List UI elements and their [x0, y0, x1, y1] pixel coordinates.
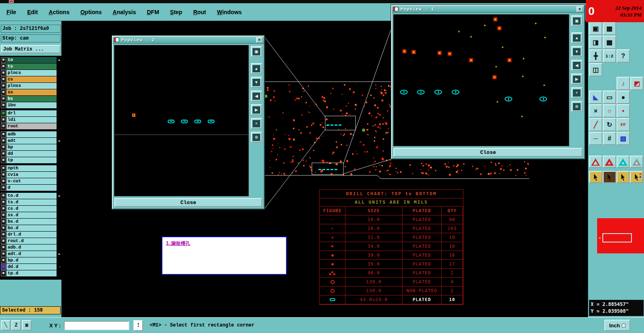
layer-name-bp.d[interactable]: bp.d [6, 257, 57, 263]
layer-name-bp[interactable]: bp [6, 144, 57, 150]
layer-name-plnss[interactable]: plnss [6, 83, 57, 89]
popout-icon[interactable]: ▣ [251, 46, 262, 57]
cursor-dark-icon[interactable] [603, 171, 616, 183]
layer-checkbox-ts.d[interactable] [1, 199, 6, 205]
menu-step[interactable]: Step [170, 9, 182, 15]
matrix-icon[interactable]: ▩ [603, 36, 616, 49]
layer-checkbox-adb.d[interactable] [1, 244, 6, 251]
cursor-multi-icon[interactable] [630, 171, 643, 183]
popview-2-titlebar[interactable]: Popview - 2 × [113, 36, 264, 44]
layer-checkbox-tp.d[interactable] [1, 270, 6, 276]
pan-left-icon[interactable]: ◀ [571, 60, 583, 71]
layer-checkbox-ts[interactable] [1, 63, 6, 70]
layer-name-ts[interactable]: ts [6, 63, 57, 70]
alarm-red-icon[interactable]: A [603, 156, 616, 168]
pan-left-icon[interactable]: ◀ [251, 91, 262, 101]
layer-name-cs[interactable]: cs [6, 76, 57, 82]
close-icon[interactable]: × [256, 37, 263, 43]
layer-name-adb[interactable]: adb [6, 131, 57, 137]
popview-1-close-button[interactable]: Close [394, 148, 583, 157]
layer-name-bs[interactable]: bs [6, 96, 57, 102]
layer-checkbox-bo.d[interactable] [1, 225, 6, 231]
line-icon[interactable]: ╱ [589, 118, 602, 131]
layer-checkbox-npth[interactable] [1, 165, 6, 171]
pad-icon[interactable]: ● [617, 91, 630, 104]
layer-name-tp[interactable]: tp [6, 157, 57, 163]
layer-name-d[interactable]: d [6, 185, 57, 191]
layer-name-plncs[interactable]: plncs [6, 70, 57, 76]
popout-icon[interactable]: ▣ [571, 15, 583, 26]
slant-line-icon[interactable]: ╲ [1, 320, 11, 331]
layer-checkbox-v-cut[interactable] [1, 178, 6, 184]
cursor-pick-icon[interactable] [617, 171, 630, 183]
layer-checkbox-bp[interactable] [1, 144, 6, 150]
menu-windows[interactable]: Windows [217, 9, 242, 15]
layer-checkbox-adb[interactable] [1, 131, 6, 137]
layer-name-cvia[interactable]: cvia [6, 172, 57, 178]
popview-1-canvas[interactable] [393, 14, 569, 146]
dash-icon[interactable]: ─ [589, 132, 602, 145]
layer-checkbox-cs[interactable] [1, 76, 6, 82]
layer-checkbox-bs.d[interactable] [1, 219, 6, 225]
layer-name-to.d[interactable]: to.d [6, 193, 57, 199]
pan-down-icon[interactable]: ▼ [251, 77, 262, 88]
popview-2-canvas[interactable] [114, 45, 249, 196]
pan-up-icon[interactable]: ▲ [571, 32, 583, 43]
layer-name-ldi[interactable]: ldi [6, 117, 57, 123]
navigator-viewport-rect[interactable] [602, 233, 632, 242]
popview-2-close-button[interactable]: Close [114, 198, 262, 207]
layer-name-to[interactable]: to [6, 57, 57, 63]
worksheet-icon[interactable]: ▦ [603, 22, 616, 35]
layer-checkbox-drl[interactable] [1, 110, 6, 116]
layer-checkbox-rout.d[interactable] [1, 238, 6, 244]
flip-icon[interactable]: ◩ [630, 77, 644, 90]
layer-checkbox-cs.d[interactable] [1, 206, 6, 212]
pan-right-icon[interactable]: ▶ [571, 74, 583, 84]
layer-name-rout.d[interactable]: rout.d [6, 238, 57, 244]
profile-icon[interactable]: ◣ [589, 91, 602, 104]
menu-file[interactable]: File [6, 9, 16, 15]
pan-right-icon[interactable]: ▶ [251, 104, 262, 115]
menu-analysis[interactable]: Analysis [113, 9, 136, 15]
layer-name-dd[interactable]: dd [6, 151, 57, 157]
center-target-icon[interactable]: ⊕ [571, 101, 583, 112]
layer-checkbox-adt[interactable] [1, 138, 6, 144]
layer-name-1bo[interactable]: 1bo [6, 102, 57, 108]
menu-actions[interactable]: Actions [49, 9, 69, 15]
colors-icon[interactable]: ▨ [617, 132, 630, 145]
layer-checkbox-ldi[interactable] [1, 117, 6, 123]
clip-icon[interactable]: × [251, 118, 262, 129]
pan-down-icon[interactable]: ▼ [571, 46, 583, 57]
layer-checkbox-cvia[interactable] [1, 172, 6, 178]
pan-horizontal-icon[interactable]: ◫ [589, 63, 602, 76]
snap-grid-icon[interactable]: # [603, 132, 616, 145]
display-icon[interactable]: ▣ [589, 22, 602, 35]
scale-1-2-icon[interactable]: 1:2 [603, 49, 616, 63]
menu-options[interactable]: Options [80, 9, 102, 15]
layer-name-cs.d[interactable]: cs.d [6, 206, 57, 212]
layer-checkbox-to.d[interactable] [1, 193, 6, 199]
popview-1-titlebar[interactable]: Popview - 1 × [392, 6, 584, 13]
pan-right-icon[interactable]: ◨ [589, 36, 602, 49]
layer-name-tp.d[interactable]: tp.d [6, 270, 57, 276]
units-button[interactable]: Inch [604, 320, 630, 331]
grid-icon[interactable]: ▦ [22, 320, 32, 331]
layer-checkbox-tp[interactable] [1, 157, 6, 163]
layer-checkbox-1bo[interactable] [1, 102, 6, 108]
layer-name-drl[interactable]: drl [6, 110, 57, 116]
alert-button[interactable]: ! [133, 320, 143, 331]
layer-checkbox-dd[interactable] [1, 151, 6, 157]
layer-checkbox-ss.d[interactable] [1, 212, 6, 218]
layer-name-ss.d[interactable]: ss.d [6, 212, 57, 218]
pan-up-icon[interactable]: ▲ [251, 63, 262, 74]
menu-edit[interactable]: Edit [27, 9, 38, 15]
node-icon[interactable]: ○ [603, 104, 616, 118]
clip-icon[interactable]: × [571, 87, 583, 98]
layer-checkbox-plncs[interactable] [1, 70, 6, 76]
layer-name-dd.d[interactable]: dd.d [6, 264, 57, 270]
layer-name-bs.d[interactable]: bs.d [6, 219, 57, 225]
alarm-gray-icon[interactable]: A [630, 156, 643, 168]
alarm-hollow-icon[interactable] [589, 156, 602, 168]
menu-rout[interactable]: Rout [193, 9, 206, 15]
rotate-icon[interactable]: ↻ [603, 118, 616, 131]
